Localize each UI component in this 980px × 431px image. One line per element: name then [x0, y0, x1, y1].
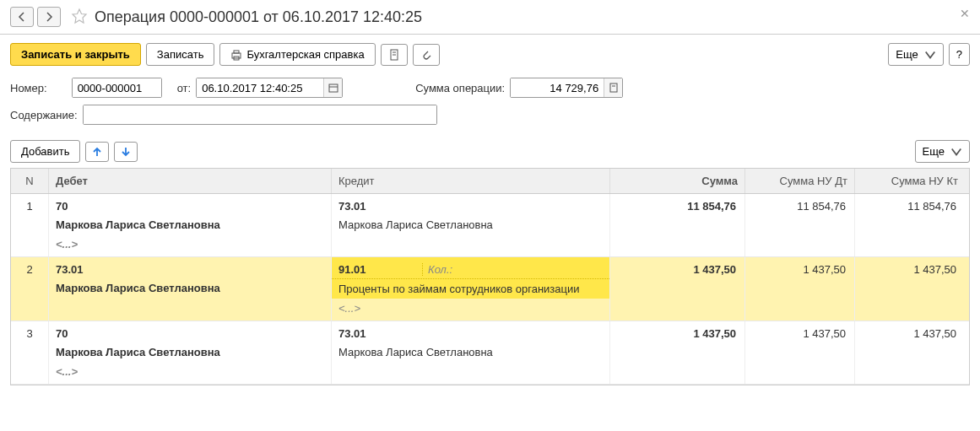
credit-account: 91.01	[338, 263, 423, 276]
debit-extra: <...>	[49, 362, 331, 384]
sum-label: Сумма операции:	[415, 82, 505, 94]
form-row-content: Содержание:	[0, 101, 980, 128]
credit-account: 73.01	[338, 200, 423, 213]
help-button[interactable]: ?	[949, 43, 970, 66]
debit-account: 70	[49, 194, 331, 215]
favorite-star-icon[interactable]	[71, 8, 88, 27]
date-label: от:	[177, 82, 192, 94]
credit-account-row: 91.01 Кол.:	[332, 257, 609, 279]
credit-account-row: 73.01	[332, 194, 609, 215]
printer-icon	[230, 49, 242, 61]
arrow-up-icon	[92, 146, 102, 158]
cell-debit[interactable]: 70 Маркова Лариса Светлановна <...>	[49, 194, 332, 256]
nav-forward-button[interactable]	[37, 7, 61, 27]
col-header-sum[interactable]: Сумма	[610, 169, 745, 193]
accounting-report-button[interactable]: Бухгалтерская справка	[219, 43, 375, 66]
cell-debit[interactable]: 70 Маркова Лариса Светлановна <...>	[49, 321, 332, 384]
credit-account-row: 73.01	[332, 321, 609, 342]
col-header-credit[interactable]: Кредит	[332, 169, 610, 193]
nav-back-button[interactable]	[10, 7, 34, 27]
debit-party: Маркова Лариса Светлановна	[49, 342, 331, 362]
cell-sum: 1 437,50	[610, 257, 745, 321]
number-input-wrap	[72, 78, 162, 98]
table-toolbar: Добавить Еще	[0, 135, 980, 168]
col-header-debit[interactable]: Дебет	[49, 169, 332, 193]
number-input[interactable]	[73, 78, 161, 97]
document-icon	[388, 49, 400, 61]
table-more-label: Еще	[923, 145, 945, 158]
accounting-report-label: Бухгалтерская справка	[246, 48, 364, 61]
entries-table: N Дебет Кредит Сумма Сумма НУ Дт Сумма Н…	[10, 168, 970, 385]
calendar-button[interactable]	[323, 78, 342, 97]
table-row[interactable]: 1 70 Маркова Лариса Светлановна <...> 73…	[11, 194, 969, 257]
sum-input[interactable]	[511, 78, 604, 97]
svg-rect-6	[329, 84, 338, 92]
cell-sumdt: 1 437,50	[745, 257, 855, 321]
sum-input-wrap	[510, 78, 623, 98]
col-header-sumdt[interactable]: Сумма НУ Дт	[745, 169, 855, 193]
cell-sum: 11 854,76	[610, 194, 745, 256]
svg-rect-8	[610, 84, 617, 92]
table-row[interactable]: 2 73.01 Маркова Лариса Светлановна 91.01…	[11, 257, 969, 321]
cell-credit[interactable]: 91.01 Кол.: Проценты по займам сотрудник…	[332, 257, 610, 321]
close-icon[interactable]: ✕	[960, 7, 970, 20]
content-input-wrap	[83, 105, 437, 125]
cell-n: 3	[11, 321, 49, 384]
table-more-button[interactable]: Еще	[915, 140, 970, 163]
save-and-close-button[interactable]: Записать и закрыть	[10, 43, 141, 66]
attach-button[interactable]	[413, 44, 440, 66]
cell-credit[interactable]: 73.01 Маркова Лариса Светлановна	[332, 194, 610, 256]
svg-rect-1	[234, 51, 239, 53]
calendar-icon	[328, 83, 338, 93]
cell-n: 2	[11, 257, 49, 321]
cell-sumkt: 1 437,50	[855, 321, 965, 384]
table-row[interactable]: 3 70 Маркова Лариса Светлановна <...> 73…	[11, 321, 969, 385]
page-title: Операция 0000-000001 от 06.10.2017 12:40…	[95, 8, 422, 26]
credit-party: Маркова Лариса Светлановна	[332, 342, 609, 362]
cell-sumkt: 11 854,76	[855, 194, 965, 256]
debit-party: Маркова Лариса Светлановна	[49, 278, 331, 298]
more-label: Еще	[896, 48, 918, 61]
calculator-icon	[609, 83, 619, 93]
content-input[interactable]	[84, 105, 436, 124]
debit-account: 73.01	[49, 257, 331, 278]
arrow-down-icon	[121, 146, 131, 158]
titlebar: Операция 0000-000001 от 06.10.2017 12:40…	[0, 0, 980, 35]
cell-sumkt: 1 437,50	[855, 257, 965, 321]
number-label: Номер:	[10, 82, 47, 94]
col-header-n[interactable]: N	[11, 169, 49, 193]
calculator-button[interactable]	[604, 78, 622, 97]
content-label: Содержание:	[10, 109, 78, 121]
cell-debit[interactable]: 73.01 Маркова Лариса Светлановна	[49, 257, 332, 321]
cell-credit[interactable]: 73.01 Маркова Лариса Светлановна	[332, 321, 610, 384]
more-button[interactable]: Еще	[888, 43, 943, 66]
debit-account: 70	[49, 321, 331, 342]
paperclip-icon	[420, 49, 432, 61]
document-button[interactable]	[381, 44, 408, 66]
form-row-number-date: Номер: от: Сумма операции:	[0, 74, 980, 101]
credit-party: Проценты по займам сотрудников организац…	[332, 279, 609, 299]
date-input[interactable]	[197, 78, 323, 97]
credit-account: 73.01	[338, 327, 423, 340]
credit-qty-label: Кол.:	[428, 263, 603, 276]
col-header-sumkt[interactable]: Сумма НУ Кт	[855, 169, 965, 193]
add-row-button[interactable]: Добавить	[10, 140, 80, 163]
save-button[interactable]: Записать	[146, 43, 215, 66]
chevron-down-icon	[924, 49, 936, 61]
cell-sumdt: 1 437,50	[745, 321, 855, 384]
date-input-wrap	[196, 78, 343, 98]
chevron-down-icon	[950, 146, 962, 158]
cell-sumdt: 11 854,76	[745, 194, 855, 256]
cell-sum: 1 437,50	[610, 321, 745, 384]
move-down-button[interactable]	[114, 142, 138, 162]
debit-party: Маркова Лариса Светлановна	[49, 215, 331, 234]
move-up-button[interactable]	[85, 142, 109, 162]
credit-party: Маркова Лариса Светлановна	[332, 215, 609, 234]
debit-extra: <...>	[49, 234, 331, 256]
main-toolbar: Записать и закрыть Записать Бухгалтерска…	[0, 35, 980, 74]
cell-n: 1	[11, 194, 49, 256]
table-header: N Дебет Кредит Сумма Сумма НУ Дт Сумма Н…	[11, 169, 969, 194]
credit-extra: <...>	[332, 299, 609, 321]
